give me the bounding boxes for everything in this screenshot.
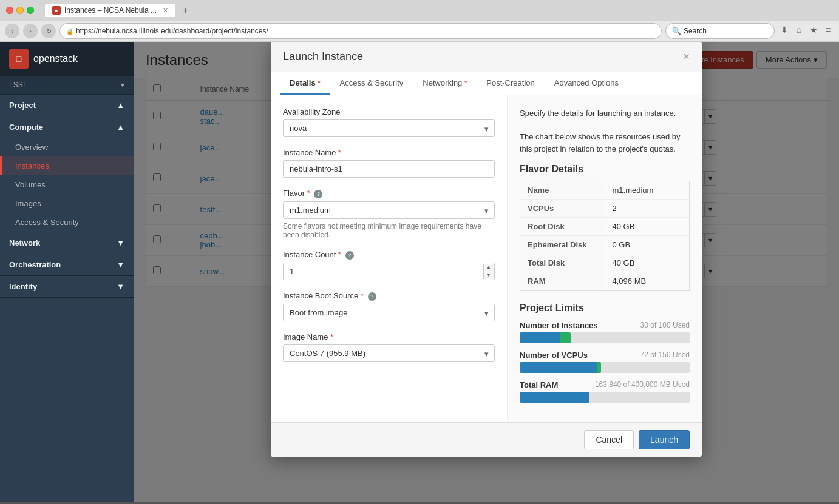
boot-source-select[interactable]: Boot from image <box>283 304 495 321</box>
modal-info-panel: Specify the details for launching an ins… <box>508 95 702 422</box>
sidebar: □ openstack LSST ▾ Project ▲ Compute ▲ O… <box>0 42 134 502</box>
refresh-button[interactable]: ↻ <box>41 24 56 38</box>
sidebar-project-chevron-icon: ▲ <box>117 101 124 110</box>
boot-source-help-icon[interactable]: ? <box>368 292 376 301</box>
sidebar-item-images[interactable]: Images <box>0 194 134 213</box>
new-tab-button[interactable]: + <box>183 5 188 16</box>
sidebar-images-label: Images <box>15 199 41 208</box>
sidebar-item-volumes[interactable]: Volumes <box>0 175 134 194</box>
limit-vcpus-label: Number of VCPUs <box>520 351 588 360</box>
sidebar-item-access-security[interactable]: Access & Security <box>0 213 134 232</box>
sidebar-network-header[interactable]: Network ▼ <box>0 232 134 254</box>
tab-advanced[interactable]: Advanced Options <box>545 72 628 95</box>
sidebar-identity-header[interactable]: Identity ▼ <box>0 276 134 297</box>
tab-post-creation[interactable]: Post-Creation <box>477 72 544 95</box>
address-bar[interactable]: 🔒 https://nebula.ncsa.illinois.edu/dashb… <box>59 23 662 39</box>
instances-progress-fill <box>520 332 571 343</box>
search-placeholder: Search <box>684 27 707 35</box>
limit-ram: Total RAM 163,840 of 400,000 MB Used <box>520 380 690 403</box>
flavor-row: Ephemeral Disk 0 GB <box>520 236 690 254</box>
instances-progress-bg <box>520 332 690 343</box>
sidebar-network-chevron-icon: ▼ <box>117 238 124 247</box>
forward-button[interactable]: › <box>23 24 38 38</box>
flavor-details: Flavor Details Name m1.medium VCPUs <box>520 164 690 291</box>
availability-zone-select[interactable]: nova <box>283 119 495 137</box>
flavor-val: 0 GB <box>605 236 690 254</box>
limit-instances: Number of Instances 30 of 100 Used <box>520 321 690 343</box>
main-content: Instances Terminate Instances More Actio… <box>134 42 839 502</box>
flavor-select[interactable]: m1.medium <box>283 201 495 219</box>
sidebar-access-label: Access & Security <box>15 218 79 227</box>
flavor-label: Flavor * ? <box>283 189 495 198</box>
brand-name: openstack <box>33 53 78 64</box>
flavor-help-icon[interactable]: ? <box>314 190 322 198</box>
launch-button[interactable]: Launch <box>639 430 690 449</box>
tab-details[interactable]: Details * <box>280 72 330 95</box>
back-button[interactable]: ‹ <box>5 24 19 38</box>
spinner-up-button[interactable]: ▲ <box>484 264 494 272</box>
flavor-val: 4,096 MB <box>605 272 690 291</box>
limits-title: Project Limits <box>520 303 690 314</box>
project-limits: Project Limits Number of Instances 30 of… <box>520 303 690 403</box>
flavor-row: Root Disk 40 GB <box>520 218 690 236</box>
tab-access-security[interactable]: Access & Security <box>330 72 413 95</box>
sidebar-item-instances[interactable]: Instances <box>0 156 134 175</box>
instance-count-help-icon[interactable]: ? <box>345 251 354 260</box>
cancel-button[interactable]: Cancel <box>584 430 634 449</box>
ram-progress-bg <box>520 392 690 403</box>
instance-count-input[interactable] <box>283 263 495 280</box>
menu-icon[interactable]: ≡ <box>822 25 834 37</box>
sidebar-orchestration-header[interactable]: Orchestration ▼ <box>0 254 134 275</box>
search-icon: 🔍 <box>672 27 681 35</box>
modal-form: Availability Zone nova Instance Name <box>271 95 508 422</box>
flavor-key: Root Disk <box>520 218 605 236</box>
lsst-label: LSST <box>9 81 27 89</box>
launch-instance-modal: Launch Instance × Details * Access & Sec… <box>271 42 702 457</box>
instance-name-input[interactable] <box>283 160 495 178</box>
tab-close-button[interactable]: ✕ <box>163 7 168 15</box>
boot-source-label: Instance Boot Source * ? <box>283 291 495 301</box>
home-icon[interactable]: ⌂ <box>793 25 805 37</box>
sidebar-network-label: Network <box>9 238 40 247</box>
tab-post-creation-label: Post-Creation <box>486 78 534 87</box>
availability-zone-group: Availability Zone nova <box>283 107 495 137</box>
limit-vcpus-value: 72 of 150 Used <box>640 351 690 360</box>
limit-instances-value: 30 of 100 Used <box>640 321 690 330</box>
image-name-select-wrap: CentOS 7 (955.9 MB) <box>283 344 495 362</box>
image-name-select[interactable]: CentOS 7 (955.9 MB) <box>283 344 495 362</box>
instance-name-group: Instance Name * <box>283 148 495 178</box>
spinner-down-button[interactable]: ▼ <box>484 272 494 280</box>
sidebar-section-identity: Identity ▼ <box>0 276 134 298</box>
flavor-row: VCPUs 2 <box>520 200 690 218</box>
flavor-hint: Some flavors not meeting minimum image r… <box>283 222 495 239</box>
tab-networking[interactable]: Networking * <box>413 72 477 95</box>
modal-close-button[interactable]: × <box>683 50 690 63</box>
modal-overlay: Launch Instance × Details * Access & Sec… <box>134 42 839 502</box>
browser-tab[interactable]: ■ Instances – NCSA Nebula ... ✕ <box>45 4 175 17</box>
intro-text: Specify the details for launching an ins… <box>520 107 690 155</box>
image-name-required: * <box>330 332 333 341</box>
address-text: https://nebula.ncsa.illinois.edu/dashboa… <box>76 27 655 35</box>
vcpus-progress-bg <box>520 362 690 373</box>
sidebar-project-header[interactable]: Project ▲ <box>0 95 134 116</box>
lsst-selector[interactable]: LSST ▾ <box>0 76 134 95</box>
download-icon[interactable]: ⬇ <box>778 25 790 37</box>
lsst-chevron-icon: ▾ <box>121 81 124 89</box>
search-bar[interactable]: 🔍 Search <box>665 23 775 39</box>
instance-count-group: Instance Count * ? ▲ ▼ <box>283 250 495 280</box>
lock-icon: 🔒 <box>66 28 73 35</box>
sidebar-orchestration-chevron-icon: ▼ <box>117 260 124 269</box>
sidebar-item-overview[interactable]: Overview <box>0 138 134 156</box>
flavor-details-title: Flavor Details <box>520 164 690 175</box>
sidebar-compute-header[interactable]: Compute ▲ <box>0 116 134 138</box>
tab-networking-label: Networking <box>423 78 462 87</box>
sidebar-instances-label: Instances <box>15 161 49 170</box>
image-name-group: Image Name * CentOS 7 (955.9 MB) <box>283 332 495 362</box>
sidebar-section-compute: Compute ▲ Overview Instances Volumes Ima… <box>0 116 134 232</box>
flavor-key: VCPUs <box>520 200 605 218</box>
spinner-controls: ▲ ▼ <box>483 264 494 279</box>
flavor-val: 2 <box>605 200 690 218</box>
sidebar-project-label: Project <box>9 101 36 110</box>
bookmark-icon[interactable]: ★ <box>807 25 820 37</box>
sidebar-identity-label: Identity <box>9 282 37 291</box>
